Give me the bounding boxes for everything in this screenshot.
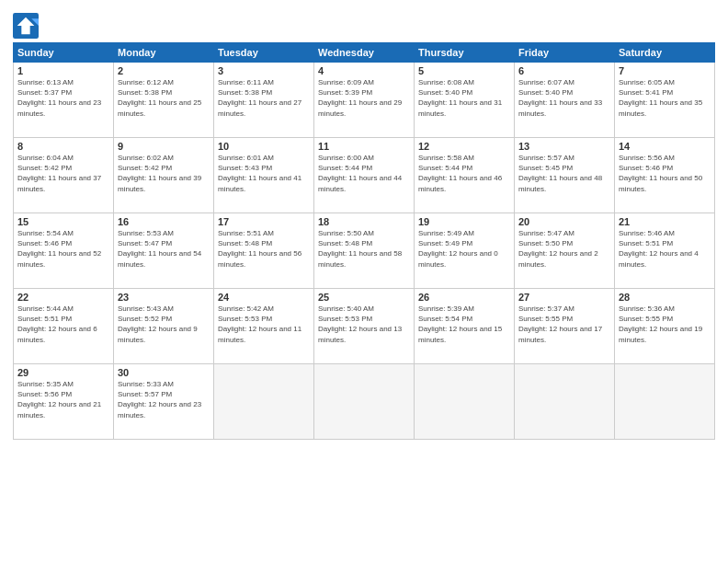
day-info: Sunrise: 5:47 AMSunset: 5:50 PMDaylight:… xyxy=(518,229,598,269)
day-info: Sunrise: 5:50 AMSunset: 5:48 PMDaylight:… xyxy=(318,229,402,269)
day-number: 19 xyxy=(418,216,510,227)
day-info: Sunrise: 5:36 AMSunset: 5:55 PMDaylight:… xyxy=(619,304,702,344)
header-saturday: Saturday xyxy=(615,43,715,63)
calendar-cell: 17Sunrise: 5:51 AMSunset: 5:48 PMDayligh… xyxy=(214,213,314,289)
day-info: Sunrise: 5:57 AMSunset: 5:45 PMDaylight:… xyxy=(518,154,602,193)
day-number: 27 xyxy=(518,292,610,303)
day-number: 25 xyxy=(318,292,410,303)
calendar-week-3: 15Sunrise: 5:54 AMSunset: 5:46 PMDayligh… xyxy=(14,213,715,289)
day-info: Sunrise: 5:56 AMSunset: 5:46 PMDaylight:… xyxy=(619,154,702,193)
day-number: 6 xyxy=(518,65,610,76)
calendar-cell: 6Sunrise: 6:07 AMSunset: 5:40 PMDaylight… xyxy=(515,63,615,138)
calendar-cell: 27Sunrise: 5:37 AMSunset: 5:55 PMDayligh… xyxy=(515,289,615,364)
calendar-cell: 13Sunrise: 5:57 AMSunset: 5:45 PMDayligh… xyxy=(515,138,615,213)
day-info: Sunrise: 6:00 AMSunset: 5:44 PMDaylight:… xyxy=(318,154,402,193)
day-number: 22 xyxy=(17,292,109,303)
calendar-cell: 8Sunrise: 6:04 AMSunset: 5:42 PMDaylight… xyxy=(14,138,114,213)
calendar-cell: 28Sunrise: 5:36 AMSunset: 5:55 PMDayligh… xyxy=(615,289,715,364)
day-number: 30 xyxy=(118,367,210,378)
day-info: Sunrise: 5:54 AMSunset: 5:46 PMDaylight:… xyxy=(17,229,101,269)
day-info: Sunrise: 5:39 AMSunset: 5:54 PMDaylight:… xyxy=(418,304,502,344)
day-number: 9 xyxy=(118,141,210,152)
logo xyxy=(13,13,41,39)
calendar-cell: 18Sunrise: 5:50 AMSunset: 5:48 PMDayligh… xyxy=(314,213,415,289)
day-number: 17 xyxy=(218,216,310,227)
calendar: SundayMondayTuesdayWednesdayThursdayFrid… xyxy=(13,42,715,440)
calendar-cell: 5Sunrise: 6:08 AMSunset: 5:40 PMDaylight… xyxy=(415,63,515,138)
calendar-cell: 1Sunrise: 6:13 AMSunset: 5:37 PMDaylight… xyxy=(14,63,114,138)
day-number: 7 xyxy=(619,65,711,76)
header-tuesday: Tuesday xyxy=(214,43,314,63)
calendar-cell xyxy=(415,364,515,440)
calendar-cell xyxy=(314,364,415,440)
day-number: 18 xyxy=(318,216,410,227)
calendar-cell: 25Sunrise: 5:40 AMSunset: 5:53 PMDayligh… xyxy=(314,289,415,364)
day-info: Sunrise: 5:49 AMSunset: 5:49 PMDaylight:… xyxy=(418,229,498,269)
day-number: 21 xyxy=(619,216,711,227)
header-thursday: Thursday xyxy=(415,43,515,63)
day-info: Sunrise: 5:53 AMSunset: 5:47 PMDaylight:… xyxy=(118,229,201,269)
page: SundayMondayTuesdayWednesdayThursdayFrid… xyxy=(0,0,728,563)
calendar-cell xyxy=(214,364,314,440)
calendar-cell: 23Sunrise: 5:43 AMSunset: 5:52 PMDayligh… xyxy=(114,289,214,364)
day-number: 29 xyxy=(17,367,109,378)
day-number: 1 xyxy=(17,65,109,76)
logo-icon xyxy=(13,13,39,39)
calendar-cell: 30Sunrise: 5:33 AMSunset: 5:57 PMDayligh… xyxy=(114,364,214,440)
day-number: 24 xyxy=(218,292,310,303)
calendar-cell: 2Sunrise: 6:12 AMSunset: 5:38 PMDaylight… xyxy=(114,63,214,138)
day-info: Sunrise: 6:09 AMSunset: 5:39 PMDaylight:… xyxy=(318,78,402,118)
day-info: Sunrise: 5:35 AMSunset: 5:56 PMDaylight:… xyxy=(17,380,101,419)
day-number: 10 xyxy=(218,141,310,152)
day-number: 15 xyxy=(17,216,109,227)
day-info: Sunrise: 6:08 AMSunset: 5:40 PMDaylight:… xyxy=(418,78,502,118)
calendar-cell: 24Sunrise: 5:42 AMSunset: 5:53 PMDayligh… xyxy=(214,289,314,364)
day-number: 14 xyxy=(619,141,711,152)
calendar-cell: 16Sunrise: 5:53 AMSunset: 5:47 PMDayligh… xyxy=(114,213,214,289)
day-info: Sunrise: 6:07 AMSunset: 5:40 PMDaylight:… xyxy=(518,78,602,118)
calendar-cell: 7Sunrise: 6:05 AMSunset: 5:41 PMDaylight… xyxy=(615,63,715,138)
calendar-header-row: SundayMondayTuesdayWednesdayThursdayFrid… xyxy=(14,43,715,63)
header-wednesday: Wednesday xyxy=(314,43,415,63)
calendar-cell: 10Sunrise: 6:01 AMSunset: 5:43 PMDayligh… xyxy=(214,138,314,213)
header-friday: Friday xyxy=(515,43,615,63)
calendar-cell: 21Sunrise: 5:46 AMSunset: 5:51 PMDayligh… xyxy=(615,213,715,289)
calendar-cell: 20Sunrise: 5:47 AMSunset: 5:50 PMDayligh… xyxy=(515,213,615,289)
calendar-week-5: 29Sunrise: 5:35 AMSunset: 5:56 PMDayligh… xyxy=(14,364,715,440)
calendar-cell: 14Sunrise: 5:56 AMSunset: 5:46 PMDayligh… xyxy=(615,138,715,213)
day-number: 11 xyxy=(318,141,410,152)
day-number: 20 xyxy=(518,216,610,227)
day-info: Sunrise: 5:44 AMSunset: 5:51 PMDaylight:… xyxy=(17,304,97,344)
day-info: Sunrise: 6:05 AMSunset: 5:41 PMDaylight:… xyxy=(619,78,702,118)
day-info: Sunrise: 5:43 AMSunset: 5:52 PMDaylight:… xyxy=(118,304,198,344)
day-number: 8 xyxy=(17,141,109,152)
day-number: 23 xyxy=(118,292,210,303)
day-number: 28 xyxy=(619,292,711,303)
calendar-week-2: 8Sunrise: 6:04 AMSunset: 5:42 PMDaylight… xyxy=(14,138,715,213)
calendar-cell: 9Sunrise: 6:02 AMSunset: 5:42 PMDaylight… xyxy=(114,138,214,213)
day-info: Sunrise: 5:42 AMSunset: 5:53 PMDaylight:… xyxy=(218,304,301,344)
calendar-week-4: 22Sunrise: 5:44 AMSunset: 5:51 PMDayligh… xyxy=(14,289,715,364)
calendar-cell xyxy=(615,364,715,440)
calendar-cell: 22Sunrise: 5:44 AMSunset: 5:51 PMDayligh… xyxy=(14,289,114,364)
header-monday: Monday xyxy=(114,43,214,63)
day-info: Sunrise: 6:12 AMSunset: 5:38 PMDaylight:… xyxy=(118,78,201,118)
day-number: 4 xyxy=(318,65,410,76)
day-number: 26 xyxy=(418,292,510,303)
day-number: 16 xyxy=(118,216,210,227)
calendar-cell: 29Sunrise: 5:35 AMSunset: 5:56 PMDayligh… xyxy=(14,364,114,440)
day-info: Sunrise: 5:46 AMSunset: 5:51 PMDaylight:… xyxy=(619,229,699,269)
calendar-cell: 12Sunrise: 5:58 AMSunset: 5:44 PMDayligh… xyxy=(415,138,515,213)
day-number: 12 xyxy=(418,141,510,152)
calendar-cell: 4Sunrise: 6:09 AMSunset: 5:39 PMDaylight… xyxy=(314,63,415,138)
header-sunday: Sunday xyxy=(14,43,114,63)
day-number: 2 xyxy=(118,65,210,76)
calendar-cell xyxy=(515,364,615,440)
calendar-cell: 19Sunrise: 5:49 AMSunset: 5:49 PMDayligh… xyxy=(415,213,515,289)
day-info: Sunrise: 5:40 AMSunset: 5:53 PMDaylight:… xyxy=(318,304,402,344)
day-info: Sunrise: 6:11 AMSunset: 5:38 PMDaylight:… xyxy=(218,78,301,118)
day-number: 5 xyxy=(418,65,510,76)
calendar-cell: 3Sunrise: 6:11 AMSunset: 5:38 PMDaylight… xyxy=(214,63,314,138)
calendar-cell: 26Sunrise: 5:39 AMSunset: 5:54 PMDayligh… xyxy=(415,289,515,364)
day-info: Sunrise: 6:13 AMSunset: 5:37 PMDaylight:… xyxy=(17,78,101,118)
